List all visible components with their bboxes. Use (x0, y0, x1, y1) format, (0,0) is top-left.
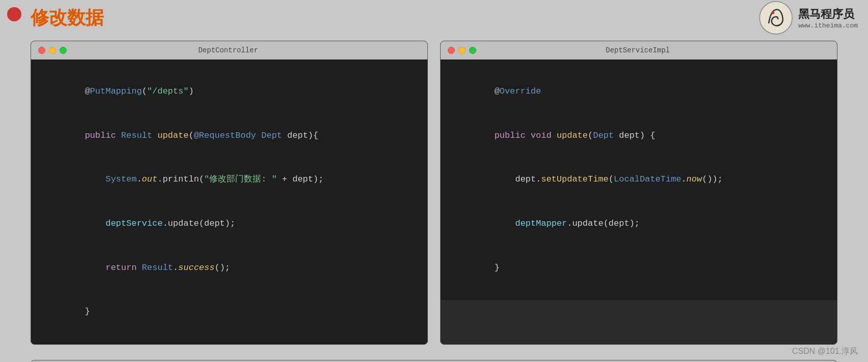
svg-point-0 (760, 2, 792, 34)
window-title-service: DeptServiceImpl (605, 46, 670, 54)
top-bar: 修改数据 黑马程序员 www.itheima.com (0, 0, 868, 36)
top-windows-row: DeptController @PutMapping("/depts") pub… (0, 41, 868, 345)
service-line-2: public void update(Dept dept) { (453, 114, 825, 158)
bottom-window-row: DeptMapper @Update("update dept set name… (0, 360, 868, 362)
logo-url: www.itheima.com (798, 22, 858, 29)
code-line-2: public Result update(@RequestBody Dept d… (43, 114, 415, 158)
titlebar-controller: DeptController (31, 41, 427, 59)
window-buttons-left (38, 47, 67, 54)
dept-controller-window: DeptController @PutMapping("/depts") pub… (31, 41, 428, 345)
code-line-3: System.out.println("修改部门数据: " + dept); (43, 158, 415, 202)
minimize-button-r[interactable] (458, 47, 466, 54)
csdn-watermark: CSDN @101.淳风 (792, 346, 858, 357)
dept-mapper-window: DeptMapper @Update("update dept set name… (31, 360, 837, 362)
maximize-button[interactable] (60, 47, 67, 54)
window-buttons-right (448, 47, 476, 54)
annotation-putmapping: @ (85, 86, 90, 96)
logo-icon (759, 1, 793, 35)
page-title: 修改数据 (31, 7, 104, 28)
logo-name: 黑马程序员 (798, 7, 858, 22)
close-button-r[interactable] (448, 47, 455, 54)
code-line-6: } (43, 290, 415, 334)
code-body-service: @Override public void update(Dept dept) … (441, 59, 837, 300)
maximize-button-r[interactable] (469, 47, 476, 54)
svg-point-1 (771, 11, 774, 14)
red-dot (7, 7, 21, 21)
code-body-controller: @PutMapping("/depts") public Result upda… (31, 59, 427, 344)
code-line-5: return Result.success(); (43, 246, 415, 290)
titlebar-service: DeptServiceImpl (441, 41, 837, 59)
service-line-3: dept.setUpdateTime(LocalDateTime.now()); (453, 158, 825, 202)
dept-service-window: DeptServiceImpl @Override public void up… (440, 41, 837, 345)
service-line-5: } (453, 246, 825, 290)
service-line-4: deptMapper.update(dept); (453, 202, 825, 246)
minimize-button[interactable] (49, 47, 56, 54)
logo-texts: 黑马程序员 www.itheima.com (798, 7, 858, 29)
close-button[interactable] (38, 47, 45, 54)
code-line-1: @PutMapping("/depts") (43, 70, 415, 114)
code-line-4: deptService.update(dept); (43, 202, 415, 246)
window-title-controller: DeptController (198, 46, 258, 54)
logo-area: 黑马程序员 www.itheima.com (759, 1, 858, 35)
service-line-1: @Override (453, 70, 825, 114)
